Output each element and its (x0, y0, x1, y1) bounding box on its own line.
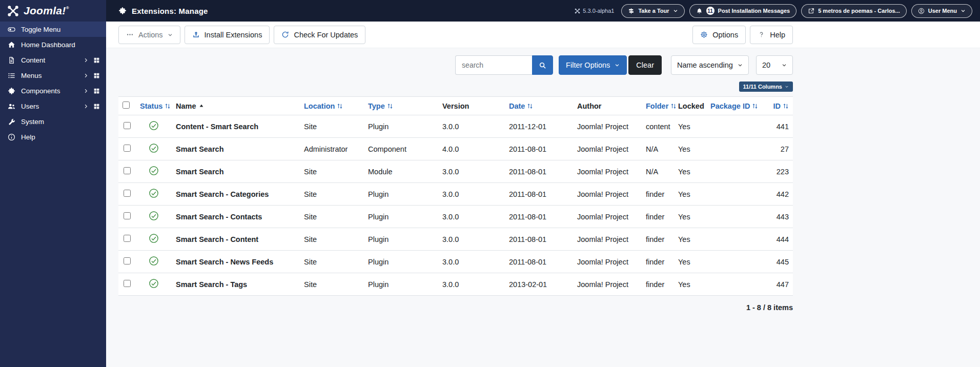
install-extensions-button[interactable]: Install Extensions (185, 26, 270, 44)
cell-folder: N/A (642, 160, 674, 183)
row-select-cell (118, 206, 136, 228)
topbar-pill-label: Take a Tour (638, 8, 669, 14)
grid-icon[interactable] (93, 103, 100, 110)
question-icon (758, 31, 765, 38)
row-select-cell (118, 273, 136, 296)
sidebar-item-content[interactable]: Content (0, 52, 106, 68)
cell-version: 3.0.0 (438, 251, 505, 273)
cell-type: Component (364, 138, 438, 160)
topbar-pill-post-installation-messages[interactable]: 11Post Installation Messages (689, 4, 797, 18)
row-status-cell (136, 183, 172, 206)
grid-icon[interactable] (93, 72, 100, 79)
topbar-pill-label: User Menu (928, 8, 957, 14)
page-title-group: Extensions: Manage (118, 7, 208, 15)
row-checkbox[interactable] (124, 167, 131, 174)
cell-type: Plugin (364, 206, 438, 228)
filter-options-button[interactable]: Filter Options (559, 55, 627, 75)
topbar-pill-user-menu[interactable]: User Menu (911, 4, 972, 18)
check-circle-icon[interactable] (149, 278, 159, 289)
chevron-down-icon (785, 85, 789, 89)
sidebar-item-extras (83, 57, 100, 64)
row-select-cell (118, 228, 136, 251)
cell-date: 2011-08-01 (505, 183, 573, 206)
joomla-mark-icon (575, 8, 580, 14)
check-circle-icon[interactable] (149, 211, 159, 221)
topbar-pill-label: 5 metros de poemas - Carlos... (818, 8, 900, 14)
notification-count-badge: 11 (706, 7, 714, 15)
sidebar-item-label: Home Dashboard (21, 41, 75, 49)
sidebar-item-home-dashboard[interactable]: Home Dashboard (0, 37, 106, 52)
row-checkbox[interactable] (124, 257, 131, 264)
check-circle-icon[interactable] (149, 188, 159, 198)
row-checkbox[interactable] (124, 122, 131, 129)
toolbar-right-group: OptionsHelp (692, 26, 793, 44)
check-circle-icon[interactable] (149, 120, 159, 131)
chevron-down-icon (961, 8, 966, 13)
row-checkbox[interactable] (124, 280, 131, 287)
row-checkbox[interactable] (124, 235, 131, 242)
joomla-logo[interactable]: Joomla! ® (0, 0, 106, 22)
topbar-pills: Take a Tour11Post Installation Messages5… (621, 4, 972, 18)
grid-icon[interactable] (93, 88, 100, 94)
row-checkbox[interactable] (124, 145, 131, 152)
cell-version: 3.0.0 (438, 228, 505, 251)
cell-date: 2011-12-01 (505, 115, 573, 138)
check-for-updates-button[interactable]: Check For Updates (274, 26, 365, 44)
column-header-package_id[interactable]: Package ID (706, 97, 764, 115)
cell-author: Joomla! Project (573, 183, 642, 206)
cell-location: Administrator (300, 138, 364, 160)
column-header-status[interactable]: Status (136, 97, 172, 115)
toolbar-button-label: Install Extensions (205, 31, 262, 39)
page-title: Extensions: Manage (132, 7, 208, 15)
column-header-location[interactable]: Location (300, 97, 364, 115)
actions-button[interactable]: Actions (118, 26, 180, 44)
column-header-label: Version (442, 102, 469, 110)
options-button[interactable]: Options (692, 26, 746, 44)
limit-select[interactable]: 20 (756, 55, 793, 75)
columns-toggle-button[interactable]: 11/11 Columns (739, 81, 793, 92)
column-header-label: Package ID (710, 102, 750, 110)
toolbar-button-label: Actions (138, 31, 163, 39)
sidebar-item-help[interactable]: Help (0, 129, 106, 145)
row-select-cell (118, 183, 136, 206)
sort-select[interactable]: Name ascending (671, 55, 749, 75)
sidebar-item-users[interactable]: Users (0, 98, 106, 114)
cell-name: Smart Search - News Feeds (172, 251, 300, 273)
search-button[interactable] (532, 55, 553, 75)
column-header-type[interactable]: Type (364, 97, 438, 115)
sort-select-value: Name ascending (677, 61, 733, 69)
topbar-pill-take-a-tour[interactable]: Take a Tour (621, 4, 684, 18)
cell-author: Joomla! Project (573, 206, 642, 228)
map-signs-icon (628, 8, 635, 14)
sort-icon (337, 103, 343, 109)
clear-button[interactable]: Clear (628, 55, 662, 75)
sidebar-item-system[interactable]: System (0, 114, 106, 129)
check-circle-icon[interactable] (149, 256, 159, 266)
cell-folder: finder (642, 206, 674, 228)
filter-options-label: Filter Options (566, 61, 610, 69)
grid-icon[interactable] (93, 57, 100, 64)
sidebar-item-components[interactable]: Components (0, 83, 106, 98)
cell-type: Plugin (364, 273, 438, 296)
row-select-cell (118, 138, 136, 160)
check-circle-icon[interactable] (149, 233, 159, 243)
column-header-name[interactable]: Name (172, 97, 300, 115)
row-checkbox[interactable] (124, 212, 131, 219)
cell-folder: N/A (642, 138, 674, 160)
search-input[interactable] (455, 55, 532, 75)
topbar-pill-site-preview[interactable]: 5 metros de poemas - Carlos... (801, 4, 907, 18)
sidebar-item-menus[interactable]: Menus (0, 68, 106, 83)
cell-version: 3.0.0 (438, 273, 505, 296)
cell-package_id (706, 273, 764, 296)
select-all-checkbox[interactable] (122, 101, 130, 109)
row-checkbox[interactable] (124, 190, 131, 197)
limit-select-value: 20 (762, 61, 770, 69)
sidebar-item-toggle-menu[interactable]: Toggle Menu (0, 22, 106, 37)
check-circle-icon[interactable] (149, 166, 159, 176)
column-header-date[interactable]: Date (505, 97, 573, 115)
check-circle-icon[interactable] (149, 143, 159, 153)
column-header-id[interactable]: ID (764, 97, 793, 115)
help-button[interactable]: Help (750, 26, 793, 44)
cell-location: Site (300, 183, 364, 206)
column-header-folder[interactable]: Folder (642, 97, 674, 115)
